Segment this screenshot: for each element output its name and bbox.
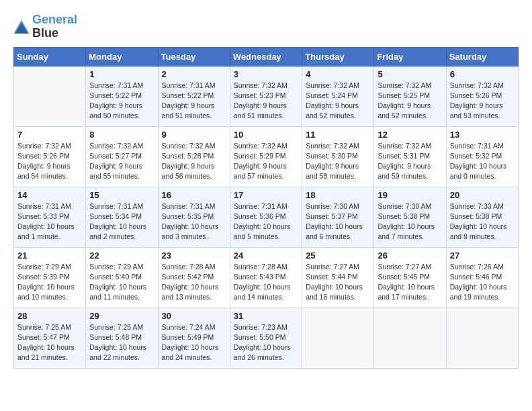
header-cell-wednesday: Wednesday — [230, 47, 302, 66]
header-cell-sunday: Sunday — [14, 47, 86, 66]
day-number: 15 — [89, 190, 154, 200]
day-number: 24 — [234, 250, 298, 261]
day-info: Sunrise: 7:32 AM Sunset: 5:25 PM Dayligh… — [378, 81, 442, 122]
calendar-cell: 14Sunrise: 7:31 AM Sunset: 5:33 PM Dayli… — [14, 187, 86, 247]
day-number: 6 — [450, 69, 515, 79]
calendar-cell: 28Sunrise: 7:25 AM Sunset: 5:47 PM Dayli… — [14, 308, 86, 368]
calendar-cell: 29Sunrise: 7:25 AM Sunset: 5:48 PM Dayli… — [86, 308, 158, 368]
calendar-cell — [14, 66, 86, 126]
logo: General Blue — [13, 13, 77, 40]
day-info: Sunrise: 7:32 AM Sunset: 5:23 PM Dayligh… — [234, 81, 298, 122]
calendar-cell: 26Sunrise: 7:27 AM Sunset: 5:45 PM Dayli… — [374, 247, 446, 308]
day-info: Sunrise: 7:32 AM Sunset: 5:28 PM Dayligh… — [162, 141, 226, 182]
calendar-cell: 3Sunrise: 7:32 AM Sunset: 5:23 PM Daylig… — [230, 66, 302, 126]
calendar-cell: 10Sunrise: 7:32 AM Sunset: 5:29 PM Dayli… — [230, 126, 302, 187]
day-number: 28 — [17, 311, 82, 321]
day-info: Sunrise: 7:32 AM Sunset: 5:31 PM Dayligh… — [378, 141, 442, 182]
day-info: Sunrise: 7:32 AM Sunset: 5:24 PM Dayligh… — [306, 81, 370, 122]
calendar-week-5: 28Sunrise: 7:25 AM Sunset: 5:47 PM Dayli… — [14, 308, 519, 368]
day-info: Sunrise: 7:31 AM Sunset: 5:33 PM Dayligh… — [17, 201, 82, 242]
day-info: Sunrise: 7:31 AM Sunset: 5:34 PM Dayligh… — [89, 201, 154, 242]
day-number: 8 — [89, 130, 154, 140]
calendar-cell: 21Sunrise: 7:29 AM Sunset: 5:39 PM Dayli… — [14, 247, 86, 308]
calendar-week-2: 7Sunrise: 7:32 AM Sunset: 5:26 PM Daylig… — [14, 126, 519, 187]
day-number: 9 — [162, 130, 226, 140]
day-number: 25 — [306, 250, 370, 261]
calendar-cell: 17Sunrise: 7:31 AM Sunset: 5:36 PM Dayli… — [230, 187, 302, 247]
calendar-cell: 5Sunrise: 7:32 AM Sunset: 5:25 PM Daylig… — [374, 66, 446, 126]
day-number: 2 — [162, 69, 226, 79]
day-number: 12 — [378, 130, 442, 140]
calendar-cell — [302, 308, 374, 368]
day-info: Sunrise: 7:32 AM Sunset: 5:30 PM Dayligh… — [306, 141, 370, 182]
day-info: Sunrise: 7:24 AM Sunset: 5:49 PM Dayligh… — [162, 322, 226, 363]
header-cell-saturday: Saturday — [446, 47, 518, 66]
calendar-body: 1Sunrise: 7:31 AM Sunset: 5:22 PM Daylig… — [14, 66, 519, 368]
calendar-cell: 15Sunrise: 7:31 AM Sunset: 5:34 PM Dayli… — [86, 187, 158, 247]
calendar-cell: 18Sunrise: 7:30 AM Sunset: 5:37 PM Dayli… — [302, 187, 374, 247]
calendar-cell: 24Sunrise: 7:28 AM Sunset: 5:43 PM Dayli… — [230, 247, 302, 308]
header-cell-monday: Monday — [86, 47, 158, 66]
calendar-cell — [374, 308, 446, 368]
day-info: Sunrise: 7:31 AM Sunset: 5:35 PM Dayligh… — [162, 201, 226, 242]
header-cell-thursday: Thursday — [302, 47, 374, 66]
calendar-cell: 7Sunrise: 7:32 AM Sunset: 5:26 PM Daylig… — [14, 126, 86, 187]
day-info: Sunrise: 7:32 AM Sunset: 5:29 PM Dayligh… — [234, 141, 298, 182]
header-cell-tuesday: Tuesday — [158, 47, 230, 66]
day-number: 13 — [450, 130, 515, 140]
calendar-cell: 12Sunrise: 7:32 AM Sunset: 5:31 PM Dayli… — [374, 126, 446, 187]
day-number: 19 — [378, 190, 442, 200]
day-number: 20 — [450, 190, 515, 200]
calendar-cell: 1Sunrise: 7:31 AM Sunset: 5:22 PM Daylig… — [86, 66, 158, 126]
day-number: 21 — [17, 250, 82, 261]
day-number: 7 — [17, 130, 82, 140]
day-info: Sunrise: 7:32 AM Sunset: 5:26 PM Dayligh… — [17, 141, 82, 182]
day-info: Sunrise: 7:28 AM Sunset: 5:42 PM Dayligh… — [162, 262, 226, 303]
calendar-cell: 23Sunrise: 7:28 AM Sunset: 5:42 PM Dayli… — [158, 247, 230, 308]
day-info: Sunrise: 7:32 AM Sunset: 5:27 PM Dayligh… — [89, 141, 154, 182]
day-number: 29 — [89, 311, 154, 321]
day-number: 5 — [378, 69, 442, 79]
day-number: 16 — [162, 190, 226, 200]
calendar-cell: 22Sunrise: 7:29 AM Sunset: 5:40 PM Dayli… — [86, 247, 158, 308]
calendar-week-4: 21Sunrise: 7:29 AM Sunset: 5:39 PM Dayli… — [14, 247, 519, 308]
day-info: Sunrise: 7:25 AM Sunset: 5:47 PM Dayligh… — [17, 322, 82, 363]
day-info: Sunrise: 7:25 AM Sunset: 5:48 PM Dayligh… — [89, 322, 154, 363]
calendar-cell: 2Sunrise: 7:31 AM Sunset: 5:22 PM Daylig… — [158, 66, 230, 126]
calendar-cell: 19Sunrise: 7:30 AM Sunset: 5:38 PM Dayli… — [374, 187, 446, 247]
day-number: 27 — [450, 250, 515, 261]
day-number: 31 — [234, 311, 298, 321]
day-info: Sunrise: 7:29 AM Sunset: 5:40 PM Dayligh… — [89, 262, 154, 303]
header-cell-friday: Friday — [374, 47, 446, 66]
logo-icon — [13, 20, 30, 34]
calendar-cell: 16Sunrise: 7:31 AM Sunset: 5:35 PM Dayli… — [158, 187, 230, 247]
calendar-cell — [446, 308, 518, 368]
day-number: 18 — [306, 190, 370, 200]
day-number: 14 — [17, 190, 82, 200]
logo-text: General Blue — [32, 13, 77, 40]
header-row: SundayMondayTuesdayWednesdayThursdayFrid… — [14, 47, 519, 66]
day-info: Sunrise: 7:31 AM Sunset: 5:22 PM Dayligh… — [89, 81, 154, 122]
day-info: Sunrise: 7:29 AM Sunset: 5:39 PM Dayligh… — [17, 262, 82, 303]
day-info: Sunrise: 7:31 AM Sunset: 5:22 PM Dayligh… — [162, 81, 226, 122]
day-info: Sunrise: 7:27 AM Sunset: 5:44 PM Dayligh… — [306, 262, 370, 303]
day-info: Sunrise: 7:32 AM Sunset: 5:26 PM Dayligh… — [450, 81, 515, 122]
calendar-cell: 27Sunrise: 7:26 AM Sunset: 5:46 PM Dayli… — [446, 247, 518, 308]
day-info: Sunrise: 7:30 AM Sunset: 5:37 PM Dayligh… — [306, 201, 370, 242]
day-info: Sunrise: 7:31 AM Sunset: 5:32 PM Dayligh… — [450, 141, 515, 182]
calendar-cell: 30Sunrise: 7:24 AM Sunset: 5:49 PM Dayli… — [158, 308, 230, 368]
calendar-cell: 31Sunrise: 7:23 AM Sunset: 5:50 PM Dayli… — [230, 308, 302, 368]
day-info: Sunrise: 7:30 AM Sunset: 5:38 PM Dayligh… — [450, 201, 515, 242]
calendar-week-3: 14Sunrise: 7:31 AM Sunset: 5:33 PM Dayli… — [14, 187, 519, 247]
day-number: 3 — [234, 69, 298, 79]
calendar-cell: 8Sunrise: 7:32 AM Sunset: 5:27 PM Daylig… — [86, 126, 158, 187]
day-number: 22 — [89, 250, 154, 261]
calendar-cell: 20Sunrise: 7:30 AM Sunset: 5:38 PM Dayli… — [446, 187, 518, 247]
day-number: 4 — [306, 69, 370, 79]
calendar-header: SundayMondayTuesdayWednesdayThursdayFrid… — [14, 47, 519, 66]
day-number: 10 — [234, 130, 298, 140]
day-info: Sunrise: 7:27 AM Sunset: 5:45 PM Dayligh… — [378, 262, 442, 303]
day-info: Sunrise: 7:30 AM Sunset: 5:38 PM Dayligh… — [378, 201, 442, 242]
day-number: 26 — [378, 250, 442, 261]
calendar-cell: 13Sunrise: 7:31 AM Sunset: 5:32 PM Dayli… — [446, 126, 518, 187]
